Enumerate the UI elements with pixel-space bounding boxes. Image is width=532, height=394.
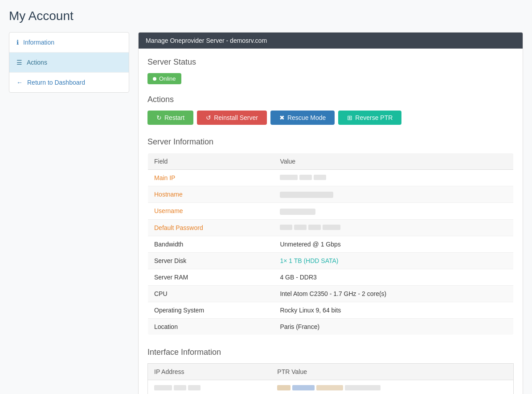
value-password xyxy=(280,225,340,230)
table-row: Location Paris (France) xyxy=(148,318,514,335)
blurred-seg xyxy=(323,225,340,230)
interface-ip-value xyxy=(154,385,201,390)
rescue-button[interactable]: ✖ Rescue Mode xyxy=(270,111,335,125)
status-dot xyxy=(153,77,156,81)
field-os: Operating System xyxy=(154,307,204,314)
field-ram: Server RAM xyxy=(154,274,188,281)
restart-button[interactable]: ↻ Restart xyxy=(147,111,193,125)
actions-row: ↻ Restart ↺ Reinstall Server ✖ Rescue Mo… xyxy=(147,111,514,125)
value-cpu: Intel Atom C2350 - 1.7 GHz - 2 core(s) xyxy=(280,290,386,297)
sidebar-item-dashboard[interactable]: ← Return to Dashboard xyxy=(9,73,129,92)
value-bandwidth: Unmetered @ 1 Gbps xyxy=(280,241,340,248)
interface-col-ip: IP Address xyxy=(148,363,271,380)
blurred-seg xyxy=(174,385,186,390)
col-value: Value xyxy=(274,153,513,170)
table-row: Operating System Rocky Linux 9, 64 bits xyxy=(148,302,514,318)
rescue-label: Rescue Mode xyxy=(287,114,326,121)
rescue-icon: ✖ xyxy=(279,114,285,121)
field-cpu: CPU xyxy=(154,290,168,297)
value-hostname xyxy=(280,192,333,198)
panel-body: Server Status Online Actions ↻ Restart xyxy=(139,49,523,394)
interface-ptr-value xyxy=(277,385,381,390)
ptr-seg1 xyxy=(277,385,291,390)
server-info-title: Server Information xyxy=(147,137,514,147)
ptr-icon: ⊞ xyxy=(347,114,352,121)
col-field: Field xyxy=(148,153,274,170)
server-info-table: Field Value Main IP xyxy=(147,153,514,335)
reinstall-label: Reinstall Server xyxy=(214,114,258,121)
sidebar-item-dashboard-label: Return to Dashboard xyxy=(27,79,85,86)
page-title: My Account xyxy=(9,9,523,23)
blurred-seg xyxy=(154,385,172,390)
table-row: Bandwidth Unmetered @ 1 Gbps xyxy=(148,236,514,252)
panel-header: Manage Oneprovider Server - demosrv.com xyxy=(139,33,523,49)
restart-label: Restart xyxy=(164,114,184,121)
ptr-seg4 xyxy=(345,385,381,390)
interface-info-table: IP Address PTR Value xyxy=(147,363,514,394)
blurred-seg xyxy=(188,385,201,390)
interface-col-ptr: PTR Value xyxy=(271,363,513,380)
server-status-title: Server Status xyxy=(147,57,514,67)
field-disk: Server Disk xyxy=(154,257,186,264)
status-badge-label: Online xyxy=(159,75,176,82)
sidebar-item-actions-label: Actions xyxy=(27,59,47,66)
field-location: Location xyxy=(154,323,178,330)
interface-info-title: Interface Information xyxy=(147,348,514,357)
ptr-label: Reverse PTR xyxy=(355,114,393,121)
status-badge: Online xyxy=(147,73,181,84)
value-username xyxy=(280,209,315,215)
blurred-seg xyxy=(280,175,298,180)
reinstall-icon: ↺ xyxy=(206,114,211,121)
value-ram: 4 GB - DDR3 xyxy=(280,274,316,281)
back-icon: ← xyxy=(16,79,23,86)
actions-icon: ☰ xyxy=(16,59,22,66)
sidebar-item-information[interactable]: ℹ Information xyxy=(9,33,129,53)
table-row: CPU Intel Atom C2350 - 1.7 GHz - 2 core(… xyxy=(148,285,514,302)
field-hostname: Hostname xyxy=(154,191,183,198)
blurred-seg xyxy=(308,225,321,230)
sidebar-item-information-label: Information xyxy=(23,39,54,46)
blurred-seg xyxy=(314,175,326,180)
blurred-seg xyxy=(299,175,312,180)
sidebar: ℹ Information ☰ Actions ← Return to Dash… xyxy=(9,32,129,93)
value-main-ip xyxy=(280,175,326,180)
info-icon: ℹ xyxy=(16,39,19,46)
value-disk: 1× 1 TB (HDD SATA) xyxy=(280,257,338,264)
restart-icon: ↻ xyxy=(156,114,162,121)
field-password: Default Password xyxy=(154,224,203,231)
field-main-ip: Main IP xyxy=(154,174,175,181)
blurred-seg xyxy=(294,225,307,230)
sidebar-item-actions[interactable]: ☰ Actions xyxy=(9,53,129,73)
value-os: Rocky Linux 9, 64 bits xyxy=(280,307,341,314)
interface-table-row xyxy=(148,380,514,394)
table-row: Default Password xyxy=(148,219,514,236)
table-row: Username xyxy=(148,203,514,219)
ptr-seg2 xyxy=(292,385,315,390)
table-row: Server RAM 4 GB - DDR3 xyxy=(148,269,514,285)
field-bandwidth: Bandwidth xyxy=(154,241,183,248)
actions-title: Actions xyxy=(147,95,514,104)
main-content: Manage Oneprovider Server - demosrv.com … xyxy=(138,32,523,394)
blurred-seg xyxy=(280,225,292,230)
ptr-button[interactable]: ⊞ Reverse PTR xyxy=(338,111,401,125)
field-username: Username xyxy=(154,207,183,214)
reinstall-button[interactable]: ↺ Reinstall Server xyxy=(197,111,267,125)
main-panel: Manage Oneprovider Server - demosrv.com … xyxy=(138,32,523,394)
value-location: Paris (France) xyxy=(280,323,319,330)
table-row: Main IP xyxy=(148,170,514,186)
ptr-seg3 xyxy=(316,385,343,390)
table-row: Server Disk 1× 1 TB (HDD SATA) xyxy=(148,252,514,269)
table-row: Hostname xyxy=(148,186,514,203)
